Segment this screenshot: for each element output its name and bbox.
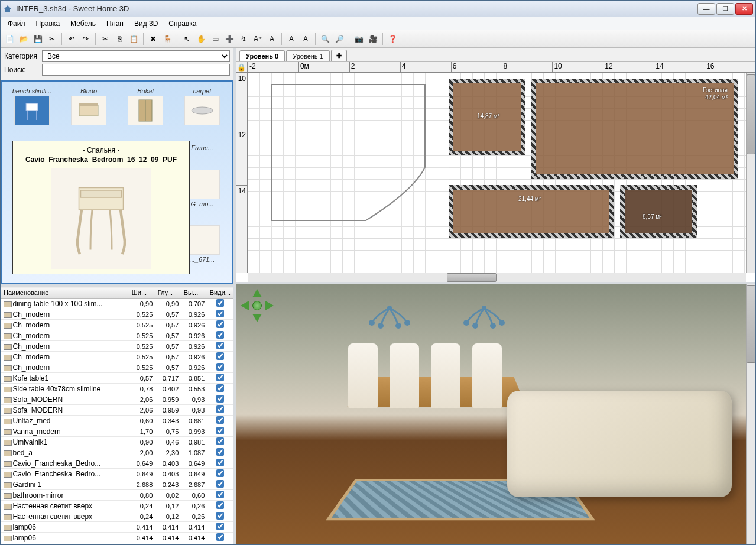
plan-hscrollbar[interactable] (248, 272, 746, 282)
catalog-item[interactable]: Bokal (118, 86, 173, 141)
table-row[interactable]: Ch_modern0,5250,570,926 (1, 320, 233, 330)
cut-button[interactable]: ✂ (99, 33, 112, 46)
nav-left-icon[interactable] (241, 301, 249, 310)
table-row[interactable]: Sofa_MODERN2,060,9590,93 (1, 405, 233, 416)
table-row[interactable]: Gardini 12,6880,2432,687 (1, 479, 233, 490)
redo-button[interactable]: ↷ (79, 33, 92, 46)
category-select[interactable]: Все (42, 50, 230, 62)
table-row[interactable]: dining table 100 x 100 slim...0,900,900,… (1, 299, 233, 309)
visibility-checkbox[interactable] (216, 427, 224, 434)
create-rooms-button[interactable]: ➕ (223, 33, 236, 46)
video-button[interactable]: 🎥 (366, 33, 379, 46)
plan-vscrollbar[interactable] (746, 73, 755, 272)
table-row[interactable]: Cavio_Francheska_Bedro...0,6490,4030,649 (1, 469, 233, 479)
level-tab-0[interactable]: Уровень 0 (239, 50, 285, 61)
help-button[interactable]: ❓ (386, 33, 399, 46)
catalog-item[interactable]: bench slimli... (4, 86, 60, 141)
room[interactable]: 8,57 м² (620, 185, 697, 238)
table-row[interactable]: Kofe table10,570,7170,851 (1, 373, 233, 384)
visibility-checkbox[interactable] (216, 448, 224, 456)
view-3d[interactable] (236, 284, 755, 544)
menu-furniture[interactable]: Мебель (66, 18, 100, 29)
visibility-checkbox[interactable] (216, 299, 224, 307)
select-button[interactable]: ↖ (180, 33, 193, 46)
create-polyline-button[interactable]: ↯ (237, 33, 250, 46)
column-header[interactable]: Наименование (1, 287, 129, 299)
furniture-list[interactable]: НаименованиеШи...Глу...Вы...Види... dini… (1, 284, 233, 544)
minimize-button[interactable]: — (697, 3, 715, 15)
table-row[interactable]: Ch_modern0,5250,570,926 (1, 352, 233, 362)
visibility-checkbox[interactable] (216, 512, 224, 520)
menu-plan[interactable]: План (102, 18, 128, 29)
paste-button[interactable]: 📋 (127, 33, 140, 46)
photo-button[interactable]: 📷 (352, 33, 365, 46)
toggle-italic-button[interactable]: A (299, 33, 312, 46)
view3d-vscrollbar[interactable] (746, 284, 755, 544)
visibility-checkbox[interactable] (216, 342, 224, 349)
menu-file[interactable]: Файл (3, 18, 30, 29)
zoom-in-button[interactable]: 🔍 (319, 33, 332, 46)
visibility-checkbox[interactable] (216, 501, 224, 509)
new-file-button[interactable]: 📄 (3, 33, 16, 46)
search-input[interactable] (42, 64, 230, 76)
column-header[interactable]: Ши... (129, 287, 155, 299)
table-row[interactable]: Настенная светит вверх0,240,120,26 (1, 501, 233, 511)
table-row[interactable]: Side table 40x78cm slimline0,780,4020,55… (1, 384, 233, 394)
open-file-button[interactable]: 📂 (17, 33, 30, 46)
nav-center-icon[interactable] (252, 301, 262, 310)
visibility-checkbox[interactable] (216, 416, 224, 424)
visibility-checkbox[interactable] (216, 320, 224, 328)
create-walls-button[interactable]: ▭ (209, 33, 222, 46)
plan-canvas[interactable]: 🔒 -20м246810121416 101214 14,87 м² Гости… (236, 62, 755, 282)
delete-button[interactable]: ✖ (147, 33, 160, 46)
table-row[interactable]: bathroom-mirror0,800,020,60 (1, 490, 233, 501)
pan-button[interactable]: ✋ (194, 33, 207, 46)
column-header[interactable]: Види... (207, 287, 233, 299)
save-file-button[interactable]: 💾 (31, 33, 44, 46)
visibility-checkbox[interactable] (216, 363, 224, 371)
preferences-button[interactable]: ✂ (46, 33, 59, 46)
table-row[interactable]: lamp060,4140,4140,414 (1, 522, 233, 533)
add-furniture-button[interactable]: 🪑 (161, 33, 174, 46)
nav-down-icon[interactable] (252, 314, 262, 322)
visibility-checkbox[interactable] (216, 374, 224, 381)
undo-button[interactable]: ↶ (65, 33, 78, 46)
zoom-out-button[interactable]: 🔎 (333, 33, 346, 46)
copy-button[interactable]: ⎘ (113, 33, 126, 46)
room[interactable]: 21,44 м² (449, 185, 614, 238)
menu-edit[interactable]: Правка (31, 18, 65, 29)
maximize-button[interactable]: ☐ (716, 3, 734, 15)
table-row[interactable]: Ch_modern0,5250,570,926 (1, 341, 233, 352)
menu-3d[interactable]: Вид 3D (129, 18, 163, 29)
nav-up-icon[interactable] (252, 289, 262, 297)
visibility-checkbox[interactable] (216, 523, 224, 530)
add-level-button[interactable]: ✚ (331, 50, 347, 61)
visibility-checkbox[interactable] (216, 310, 224, 317)
visibility-checkbox[interactable] (216, 469, 224, 477)
table-row[interactable]: Cavio_Francheska_Bedro...0,6490,4030,649 (1, 458, 233, 469)
visibility-checkbox[interactable] (216, 331, 224, 339)
table-row[interactable]: Ch_modern0,5250,570,926 (1, 330, 233, 341)
table-row[interactable]: Umivalnik10,900,460,981 (1, 437, 233, 447)
table-row[interactable]: lamp060,4140,4140,414 (1, 533, 233, 543)
toggle-bold-button[interactable]: A (285, 33, 298, 46)
room[interactable]: Гостиная42,04 м² (531, 79, 738, 179)
visibility-checkbox[interactable] (216, 437, 224, 445)
column-header[interactable]: Глу... (155, 287, 181, 299)
create-text-button[interactable]: A (265, 33, 278, 46)
table-row[interactable]: Unitaz_med0,600,3430,681 (1, 416, 233, 426)
menu-help[interactable]: Справка (164, 18, 201, 29)
table-row[interactable]: Ch_modern0,5250,570,926 (1, 362, 233, 373)
visibility-checkbox[interactable] (216, 384, 224, 392)
plan-drawing-area[interactable]: 14,87 м² Гостиная42,04 м² 21,44 м² 8,57 … (248, 73, 746, 272)
table-row[interactable]: Ch_modern0,5250,570,926 (1, 309, 233, 320)
create-dimensions-button[interactable]: A⁺ (251, 33, 264, 46)
room[interactable]: 14,87 м² (449, 79, 525, 155)
table-row[interactable]: bed_a2,002,301,087 (1, 447, 233, 458)
close-button[interactable]: ✕ (735, 3, 753, 15)
visibility-checkbox[interactable] (216, 405, 224, 413)
catalog-item[interactable]: Bludo (61, 86, 116, 141)
visibility-checkbox[interactable] (216, 533, 224, 541)
visibility-checkbox[interactable] (216, 395, 224, 403)
catalog-item[interactable]: carpet (174, 86, 230, 141)
